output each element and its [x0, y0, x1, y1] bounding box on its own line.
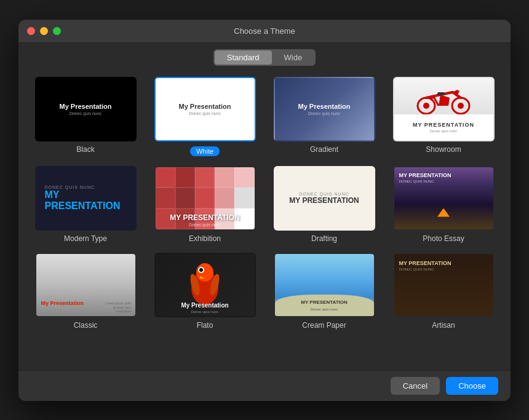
exhibition-label-wrap: Exhibition	[189, 234, 221, 243]
content-area: My Presentation Donec quis nunc Black My…	[18, 71, 511, 370]
gradient-label-wrap: Gradient	[310, 145, 338, 154]
showroom-lower-sub: Donec quis nunc	[430, 129, 458, 133]
mc4	[215, 167, 234, 188]
mc10	[234, 188, 254, 208]
white-label-wrap: White	[190, 145, 220, 156]
theme-classic-thumbnail: My Presentation Lorem ipsum dolorsit ame…	[35, 253, 137, 317]
app-window: Choose a Theme Standard Wide My Presenta…	[18, 20, 511, 401]
classic-text: My Presentation	[41, 300, 84, 306]
modern-small: DONEC QUIS NUNC	[45, 185, 95, 189]
flato-sub: Donec quis nunc	[156, 310, 255, 314]
white-title: My Presentation	[179, 103, 231, 110]
theme-classic[interactable]: My Presentation Lorem ipsum dolorsit ame…	[31, 253, 140, 330]
svg-point-1	[423, 103, 429, 109]
footer: Cancel Choose	[18, 370, 511, 401]
title-bar: Choose a Theme	[18, 20, 511, 43]
tab-bar: Standard Wide	[18, 43, 511, 71]
svg-rect-4	[437, 92, 445, 95]
photo-essay-sub: DONEC QUIS NUNC	[399, 180, 434, 183]
artisan-label-wrap: Artisan	[432, 321, 455, 330]
artisan-title: MY PRESENTATION	[399, 260, 451, 266]
black-label: Black	[76, 145, 94, 154]
flato-label: Flato	[197, 321, 213, 330]
theme-drafting-thumbnail: DONEC QUIS NUNC MY PRESENTATION	[274, 166, 375, 231]
window-title: Choose a Theme	[234, 26, 295, 36]
white-badge: White	[190, 146, 220, 156]
theme-white[interactable]: My Presentation Donec quis nunc White	[150, 77, 260, 156]
svg-point-8	[199, 268, 203, 272]
mc8	[195, 188, 215, 208]
maximize-button[interactable]	[53, 27, 61, 35]
black-label-wrap: Black	[76, 145, 94, 154]
gradient-subtitle: Donec quis nunc	[308, 111, 340, 116]
mc5	[234, 167, 254, 188]
theme-exhibition[interactable]: MY PRESENTATION Donec quis nunc Exhibiti…	[150, 166, 260, 243]
black-title: My Presentation	[60, 103, 112, 110]
classic-label-wrap: Classic	[74, 321, 98, 330]
tab-wide[interactable]: Wide	[272, 50, 315, 65]
tab-group: Standard Wide	[213, 49, 316, 66]
flato-title: My Presentation	[156, 302, 255, 309]
motorcycle-icon	[413, 81, 474, 115]
showroom-label-wrap: Showroom	[426, 145, 461, 154]
mc9	[215, 188, 234, 208]
drafting-label: Drafting	[311, 234, 337, 243]
theme-drafting[interactable]: DONEC QUIS NUNC MY PRESENTATION Drafting	[269, 166, 379, 243]
exhibition-sub: Donec quis nunc	[156, 223, 255, 227]
choose-button[interactable]: Choose	[446, 377, 498, 395]
theme-cream-thumbnail: MY PRESENTATION Donec quis nunc	[274, 253, 375, 317]
drafting-big: MY PRESENTATION	[289, 196, 359, 205]
theme-gradient-thumbnail: My Presentation Donec quis nunc	[274, 77, 375, 141]
classic-label: Classic	[74, 321, 98, 330]
mc6	[156, 188, 175, 208]
cancel-button[interactable]: Cancel	[391, 377, 440, 395]
theme-black-thumbnail: My Presentation Donec quis nunc	[35, 77, 137, 141]
showroom-lower: MY PRESENTATION Donec quis nunc	[394, 114, 493, 140]
white-subtitle: Donec quis nunc	[189, 111, 221, 116]
cream-title: MY PRESENTATION	[275, 299, 374, 305]
gradient-title: My Presentation	[298, 103, 351, 110]
theme-gradient[interactable]: My Presentation Donec quis nunc Gradient	[269, 77, 379, 156]
theme-modern-thumbnail: DONEC QUIS NUNC MY PRESENTATION	[35, 166, 137, 231]
showroom-lower-title: MY PRESENTATION	[413, 122, 474, 128]
theme-cream-paper[interactable]: MY PRESENTATION Donec quis nunc Cream Pa…	[269, 253, 379, 330]
drafting-label-wrap: Drafting	[311, 234, 337, 243]
cream-sub: Donec quis nunc	[275, 307, 374, 311]
theme-showroom[interactable]: MY PRESENTATION Donec quis nunc Showroom	[389, 77, 498, 156]
theme-exhibition-thumbnail: MY PRESENTATION Donec quis nunc	[154, 166, 256, 231]
cream-rocks	[275, 295, 374, 316]
theme-photo-essay-thumbnail: MY PRESENTATION DONEC QUIS NUNC	[393, 166, 495, 231]
tab-standard[interactable]: Standard	[215, 50, 272, 65]
theme-showroom-thumbnail: MY PRESENTATION Donec quis nunc	[393, 77, 495, 141]
showroom-label: Showroom	[426, 145, 461, 154]
mc3	[195, 167, 215, 188]
theme-modern-type[interactable]: DONEC QUIS NUNC MY PRESENTATION Modern T…	[31, 166, 140, 243]
modern-label: Modern Type	[64, 234, 107, 243]
mc7	[175, 188, 195, 208]
classic-lorem: Lorem ipsum dolorsit amet nuncconsectetu…	[106, 301, 131, 314]
minimize-button[interactable]	[40, 27, 48, 35]
cream-label-wrap: Cream Paper	[302, 321, 346, 330]
artisan-label: Artisan	[432, 321, 455, 330]
theme-white-thumbnail: My Presentation Donec quis nunc	[154, 77, 256, 141]
theme-artisan-thumbnail: MY PRESENTATION DONEC QUIS NUNC	[393, 253, 495, 317]
svg-point-6	[196, 263, 213, 282]
theme-black[interactable]: My Presentation Donec quis nunc Black	[31, 77, 140, 156]
theme-flato[interactable]: My Presentation Donec quis nunc Flato	[150, 253, 260, 330]
gradient-label: Gradient	[310, 145, 338, 154]
flato-label-wrap: Flato	[197, 321, 213, 330]
theme-flato-thumbnail: My Presentation Donec quis nunc	[154, 253, 256, 317]
showroom-upper	[394, 78, 493, 118]
mc2	[175, 167, 195, 188]
close-button[interactable]	[27, 27, 35, 35]
photo-essay-label: Photo Essay	[423, 234, 464, 243]
themes-grid: My Presentation Donec quis nunc Black My…	[31, 77, 498, 336]
cream-label: Cream Paper	[302, 321, 346, 330]
window-controls	[27, 27, 61, 35]
exhibition-title: MY PRESENTATION	[156, 213, 255, 222]
theme-artisan[interactable]: MY PRESENTATION DONEC QUIS NUNC Artisan	[389, 253, 498, 330]
theme-photo-essay[interactable]: MY PRESENTATION DONEC QUIS NUNC Photo Es…	[389, 166, 498, 243]
exhibition-label: Exhibition	[189, 234, 221, 243]
photo-essay-label-wrap: Photo Essay	[423, 234, 464, 243]
photo-essay-title: MY PRESENTATION	[399, 172, 451, 178]
